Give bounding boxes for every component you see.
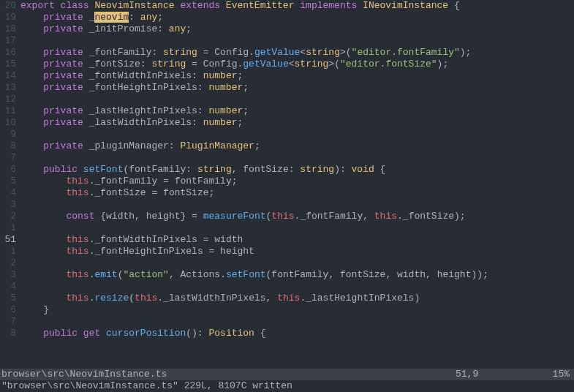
line-number: 5 [0,176,16,187]
code-line[interactable]: this.emit("action", Actions.setFont(font… [20,269,574,281]
line-number: 7 [0,152,16,164]
line-number: 17 [0,35,16,47]
code-content[interactable]: export class NeovimInstance extends Even… [20,0,574,367]
code-line[interactable]: this._fontFamily = fontFamily; [20,176,574,187]
line-number: 4 [0,281,16,293]
line-number: 9 [0,129,16,140]
code-line[interactable] [20,222,574,234]
code-line[interactable]: this.resize(this._lastWidthInPixels, thi… [20,293,574,304]
line-number: 13 [0,82,16,94]
code-line[interactable]: } [20,304,574,316]
line-number: 8 [0,328,16,339]
line-number: 1 [0,246,16,257]
code-line[interactable] [20,152,574,164]
code-line[interactable] [20,281,574,293]
line-number: 6 [0,164,16,176]
code-line[interactable]: private _fontSize: string = Config.getVa… [20,59,574,70]
code-line[interactable]: private _fontFamily: string = Config.get… [20,47,574,59]
code-line[interactable]: private _lastHeightInPixels: number; [20,105,574,117]
line-number: 7 [0,316,16,328]
line-number: 6 [0,304,16,316]
cmdline-text: "browser\src\NeovimInstance.ts" 229L, 81… [1,380,292,391]
line-number: 11 [0,105,16,117]
line-number: 14 [0,70,16,82]
code-line[interactable] [20,129,574,140]
status-percent: 15% [543,369,573,380]
line-number: 10 [0,117,16,129]
code-line[interactable] [20,199,574,211]
line-number: 8 [0,140,16,152]
code-line[interactable] [20,316,574,328]
line-number: 2 [0,211,16,222]
code-line[interactable]: private _pluginManager: PluginManager; [20,140,574,152]
code-line[interactable]: private _fontWidthInPixels: number; [20,70,574,82]
code-line[interactable]: private _fontHeightInPixels: number; [20,82,574,94]
status-file: browser\src\NeovimInstance.ts [1,369,456,380]
code-line[interactable]: this._fontSize = fontSize; [20,187,574,199]
code-line[interactable] [20,257,574,269]
line-number: 18 [0,23,16,35]
status-bar: browser\src\NeovimInstance.ts 51,9 15% [0,369,574,380]
line-number-gutter: 2019181716151413121110987654321511234567… [0,0,20,367]
line-number: 3 [0,269,16,281]
line-number: 3 [0,199,16,211]
line-number: 2 [0,257,16,269]
code-line[interactable]: this._fontHeightInPixels = height [20,246,574,257]
line-number: 5 [0,293,16,304]
editor-area[interactable]: 2019181716151413121110987654321511234567… [0,0,574,367]
command-line[interactable]: "browser\src\NeovimInstance.ts" 229L, 81… [0,380,574,392]
line-number: 4 [0,187,16,199]
code-line[interactable]: const {width, height} = measureFont(this… [20,211,574,222]
code-line[interactable]: export class NeovimInstance extends Even… [20,0,574,12]
code-line[interactable]: this._fontWidthInPixels = width [20,234,574,246]
code-line[interactable]: private _lastWidthInPixels: number; [20,117,574,129]
status-position: 51,9 [456,369,543,380]
line-number: 20 [0,0,16,12]
line-number: 51 [0,234,16,246]
line-number: 12 [0,94,16,105]
code-line[interactable]: public get cursorPosition(): Position { [20,328,574,339]
line-number: 1 [0,222,16,234]
code-line[interactable]: private _initPromise: any; [20,23,574,35]
code-line[interactable]: public setFont(fontFamily: string, fontS… [20,164,574,176]
line-number: 19 [0,12,16,23]
code-line[interactable]: private _neovim: any; [20,12,574,23]
code-line[interactable] [20,94,574,105]
code-line[interactable] [20,35,574,47]
line-number: 16 [0,47,16,59]
line-number: 15 [0,59,16,70]
